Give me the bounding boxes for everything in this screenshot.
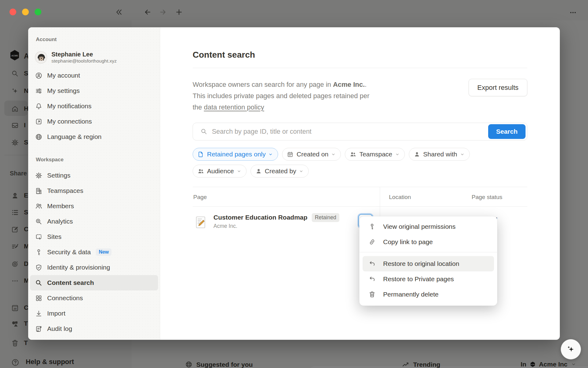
export-results-button[interactable]: Export results	[469, 79, 528, 96]
chevron-down-icon	[395, 152, 400, 157]
nav-ws-settings[interactable]: Settings	[30, 168, 158, 183]
shield-check-icon	[35, 264, 43, 271]
link-icon	[368, 238, 376, 246]
undo-icon	[368, 260, 376, 267]
nav-my-connections[interactable]: My connections	[30, 114, 158, 129]
calendar-icon	[287, 151, 294, 158]
nav-sites[interactable]: Sites	[30, 229, 158, 244]
row-subtitle: Acme Inc.	[213, 222, 339, 230]
nav-my-account[interactable]: My account	[30, 68, 158, 83]
bell-icon	[35, 102, 43, 110]
nav-my-settings[interactable]: My settings	[30, 83, 158, 98]
nav-connections[interactable]: Connections	[30, 290, 158, 306]
menu-permanently-delete[interactable]: Permanently delete	[360, 287, 497, 302]
avatar	[35, 51, 47, 63]
page-title: Content search	[193, 50, 527, 60]
search-bar: Search	[193, 123, 527, 140]
filter-teamspace[interactable]: Teamspace	[345, 148, 405, 161]
gear-icon	[35, 172, 43, 179]
close-window-button[interactable]	[9, 9, 16, 15]
person-icon	[255, 168, 262, 175]
search-input[interactable]	[212, 128, 488, 136]
search-icon	[200, 128, 208, 135]
sparkle-icon	[566, 345, 575, 354]
menu-copy-link[interactable]: Copy link to page	[360, 234, 497, 250]
zoom-window-button[interactable]	[35, 9, 41, 15]
chevron-down-icon	[331, 152, 336, 157]
download-icon	[35, 310, 43, 317]
nav-audit-log[interactable]: Audit log	[30, 321, 158, 336]
sliders-icon	[35, 87, 43, 95]
arrow-up-right-box-icon	[35, 118, 43, 125]
minimize-window-button[interactable]	[22, 9, 29, 15]
people-icon	[349, 151, 356, 158]
menu-restore-private-pages[interactable]: Restore to Private pages	[360, 271, 497, 287]
table-header: Page Location Page status	[193, 187, 527, 207]
nav-content-search[interactable]: Content search	[30, 275, 158, 290]
nav-teamspaces[interactable]: Teamspaces	[30, 183, 158, 198]
nav-language-region[interactable]: Language & region	[30, 129, 158, 144]
document-icon	[197, 151, 204, 158]
row-actions-menu: View original permissions Copy link to p…	[359, 216, 497, 306]
workspace-name: Acme Inc.	[333, 81, 365, 88]
undo-icon	[368, 275, 376, 283]
building-icon	[35, 187, 43, 195]
retained-badge: Retained	[312, 213, 339, 222]
filter-pills: Retained pages only Created on Teamspace…	[193, 148, 527, 178]
key-icon	[35, 248, 43, 256]
nav-members[interactable]: Members	[30, 198, 158, 214]
search-button[interactable]: Search	[488, 124, 526, 139]
chevron-down-icon	[268, 152, 273, 157]
filter-shared-with[interactable]: Shared with	[409, 148, 470, 161]
column-page: Page	[193, 194, 207, 201]
screen: ACME A S N H I S Share E S C M D M C T T…	[0, 0, 588, 368]
profile-row[interactable]: Stephanie Lee stephanie@toolsforthought.…	[35, 51, 155, 64]
nav-security-data[interactable]: Security & dataNew	[30, 244, 158, 260]
people-icon	[35, 202, 43, 210]
page-description: Workspace owners can search for any page…	[193, 79, 376, 113]
filter-created-by[interactable]: Created by	[251, 165, 309, 178]
nav-import[interactable]: Import	[30, 306, 158, 321]
person-icon	[413, 151, 420, 158]
column-page-status: Page status	[472, 194, 502, 201]
page-memo-icon	[195, 216, 206, 228]
traffic-lights	[9, 9, 41, 15]
menu-view-original-permissions[interactable]: View original permissions	[360, 219, 497, 234]
scroll-icon	[35, 325, 43, 333]
key-icon	[368, 223, 376, 230]
nav-my-notifications[interactable]: My notifications	[30, 98, 158, 114]
globe-icon	[35, 133, 43, 141]
title-divider	[193, 68, 527, 68]
trash-icon	[368, 291, 376, 298]
filter-retained-pages-only[interactable]: Retained pages only	[193, 148, 278, 161]
grid-icon	[35, 294, 43, 302]
data-retention-policy-link[interactable]: data retention policy	[204, 103, 264, 111]
chevron-down-icon	[237, 169, 241, 174]
chevron-down-icon	[299, 169, 303, 174]
new-badge: New	[96, 248, 111, 256]
row-title: Customer Education Roadmap	[213, 213, 307, 222]
column-location: Location	[389, 194, 411, 201]
menu-restore-original-location[interactable]: Restore to original location	[363, 256, 494, 271]
people-icon	[197, 168, 204, 175]
nav-analytics[interactable]: Analytics	[30, 214, 158, 229]
account-section-label: Account	[36, 27, 160, 43]
nav-identity-provisioning[interactable]: Identity & provisioning	[30, 260, 158, 275]
ai-fab-button[interactable]	[561, 339, 581, 359]
workspace-section-label: Workspace	[36, 157, 160, 163]
filter-created-on[interactable]: Created on	[282, 148, 341, 161]
magnifier-icon	[35, 279, 43, 287]
chevron-down-icon	[460, 152, 465, 157]
filter-audience[interactable]: Audience	[193, 165, 247, 178]
menu-divider	[360, 252, 497, 252]
profile-email: stephanie@toolsforthought.xyz	[51, 58, 117, 64]
settings-nav: Account Stephanie Lee stephanie@toolsfor…	[28, 27, 160, 340]
browser-cursor-icon	[35, 233, 43, 241]
person-circle-icon	[35, 72, 43, 79]
magnifier-plus-icon	[35, 218, 43, 225]
profile-name: Stephanie Lee	[51, 51, 117, 58]
